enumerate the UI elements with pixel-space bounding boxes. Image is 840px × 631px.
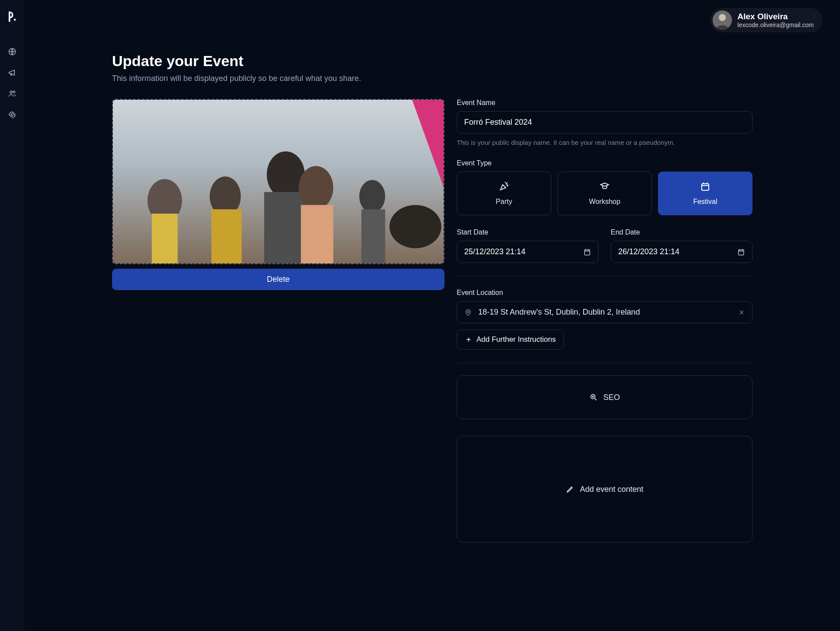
settings-icon[interactable]: [8, 110, 17, 119]
event-image-upload[interactable]: [112, 99, 444, 264]
svg-point-3: [11, 114, 14, 116]
divider: [457, 363, 752, 363]
svg-point-12: [299, 166, 333, 210]
svg-rect-19: [702, 184, 709, 190]
festival-icon: [700, 181, 710, 192]
svg-point-22: [467, 311, 469, 312]
page-title: Update your Event: [112, 53, 752, 70]
page-subtitle: This information will be displayed publi…: [112, 74, 752, 83]
event-type-festival-label: Festival: [693, 198, 717, 206]
event-type-workshop[interactable]: Workshop: [557, 172, 652, 215]
event-name-label: Event Name: [457, 99, 752, 107]
event-type-festival[interactable]: Festival: [658, 172, 752, 215]
calendar-icon: [737, 248, 745, 256]
svg-rect-20: [584, 249, 590, 255]
add-event-content-label: Add event content: [580, 485, 643, 494]
clear-location-icon[interactable]: [738, 309, 745, 316]
event-type-party-label: Party: [496, 198, 512, 206]
add-instructions-button[interactable]: Add Further Instructions: [457, 330, 564, 350]
svg-point-1: [10, 91, 12, 93]
svg-rect-15: [361, 210, 385, 263]
megaphone-icon[interactable]: [8, 68, 17, 77]
users-icon[interactable]: [8, 89, 17, 98]
svg-rect-7: [152, 214, 178, 263]
user-info: Alex Oliveira lexcode.oliveira@gmail.com: [737, 12, 814, 28]
start-date-label: Start Date: [457, 228, 598, 236]
add-event-content-card[interactable]: Add event content: [457, 436, 752, 543]
location-input[interactable]: 18-19 St Andrew's St, Dublin, Dublin 2, …: [457, 301, 752, 323]
sidebar: [0, 0, 24, 631]
user-email: lexcode.oliveira@gmail.com: [737, 21, 814, 28]
start-date-input[interactable]: 25/12/2023 21:14: [457, 241, 598, 263]
event-type-party[interactable]: Party: [457, 172, 551, 215]
plus-icon: [465, 336, 472, 343]
pin-icon: [464, 308, 472, 316]
end-date-value: 26/12/2023 21:14: [618, 247, 679, 256]
divider: [457, 276, 752, 277]
main-content: Alex Oliveira lexcode.oliveira@gmail.com…: [24, 0, 840, 631]
seo-label: SEO: [603, 393, 620, 402]
event-type-workshop-label: Workshop: [589, 198, 620, 206]
party-icon: [499, 181, 509, 192]
svg-point-2: [13, 91, 15, 93]
event-image: [113, 100, 444, 263]
avatar: [713, 11, 732, 30]
svg-point-18: [507, 185, 508, 186]
workshop-icon: [599, 181, 610, 192]
pen-icon: [566, 485, 574, 494]
svg-point-14: [359, 180, 385, 213]
event-name-input[interactable]: [457, 111, 752, 133]
add-instructions-label: Add Further Instructions: [476, 335, 556, 344]
delete-image-button[interactable]: Delete: [112, 269, 444, 290]
svg-point-17: [506, 183, 507, 184]
start-date-value: 25/12/2023 21:14: [464, 247, 525, 256]
svg-rect-9: [211, 210, 242, 263]
calendar-icon: [583, 248, 591, 256]
end-date-input[interactable]: 26/12/2023 21:14: [611, 241, 752, 263]
globe-icon[interactable]: [8, 47, 17, 56]
event-type-label: Event Type: [457, 159, 752, 167]
location-label: Event Location: [457, 289, 752, 297]
user-profile-chip[interactable]: Alex Oliveira lexcode.oliveira@gmail.com: [710, 8, 822, 32]
svg-point-16: [389, 205, 441, 249]
svg-rect-21: [738, 249, 744, 255]
end-date-label: End Date: [611, 228, 752, 236]
seo-card[interactable]: SEO: [457, 375, 752, 419]
location-value: 18-19 St Andrew's St, Dublin, Dublin 2, …: [478, 308, 640, 317]
svg-rect-13: [301, 205, 333, 263]
user-name: Alex Oliveira: [737, 12, 814, 21]
search-zoom-icon: [589, 393, 598, 402]
app-logo: [6, 11, 18, 23]
event-name-hint: This is your public display name. It can…: [457, 139, 752, 146]
svg-point-5: [719, 14, 726, 21]
